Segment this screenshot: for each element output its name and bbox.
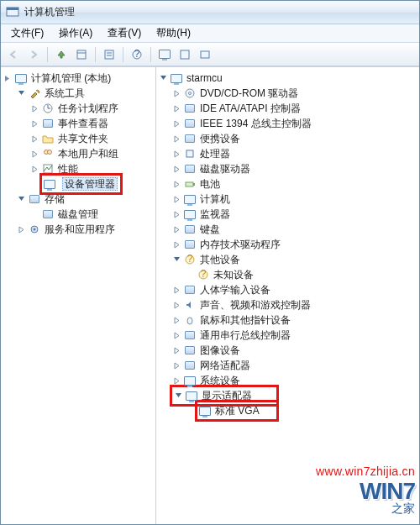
node-ieee1394[interactable]: IEEE 1394 总线主控制器 [171, 116, 417, 131]
node-system-tools[interactable]: 系统工具 [16, 86, 154, 101]
expand-icon[interactable] [29, 134, 39, 144]
expand-icon[interactable] [29, 118, 39, 129]
expand-icon[interactable] [171, 88, 181, 98]
dvd-icon [183, 87, 197, 100]
expand-icon[interactable] [171, 255, 181, 265]
node-label: 标准 VGA [215, 403, 260, 418]
node-battery[interactable]: 电池 [171, 176, 417, 192]
node-label: 计算机 [200, 192, 230, 207]
expand-icon[interactable] [171, 330, 181, 340]
expand-icon[interactable] [171, 360, 181, 370]
node-processors[interactable]: 处理器 [171, 146, 417, 161]
folder-icon [41, 132, 55, 145]
expand-icon[interactable] [29, 149, 39, 159]
node-label: 网络适配器 [200, 358, 250, 373]
node-device-manager[interactable]: 设备管理器 [29, 176, 154, 192]
expand-icon[interactable] [171, 164, 181, 174]
node-label: 任务计划程序 [58, 101, 118, 116]
node-computer[interactable]: starmcu [158, 71, 417, 86]
window-title: 计算机管理 [24, 5, 75, 19]
node-sound[interactable]: 声音、视频和游戏控制器 [171, 297, 417, 312]
refresh-button[interactable] [72, 45, 91, 64]
device-tree[interactable]: starmcu DVD/CD-ROM 驱动器 IDE ATA/ATAPI 控制器… [156, 67, 419, 524]
menu-view[interactable]: 查看(V) [101, 24, 148, 42]
extra-button[interactable] [196, 45, 214, 64]
node-computers[interactable]: 计算机 [171, 192, 417, 207]
node-local-users[interactable]: 本地用户和组 [29, 146, 154, 161]
scan-button[interactable] [155, 45, 174, 64]
svg-rect-9 [181, 50, 189, 59]
camera-icon [183, 344, 197, 357]
app-icon [6, 6, 19, 19]
node-label: 事件查看器 [58, 116, 108, 131]
expand-icon[interactable] [171, 149, 181, 159]
expand-icon[interactable] [16, 194, 26, 204]
menubar: 文件(F) 操作(A) 查看(V) 帮助(H) [1, 24, 419, 43]
titlebar[interactable]: 计算机管理 [1, 1, 419, 24]
controller-icon [183, 102, 197, 115]
expand-icon[interactable] [171, 194, 181, 204]
expand-icon[interactable] [171, 179, 181, 189]
node-event-viewer[interactable]: 事件查看器 [29, 116, 154, 131]
properties-button[interactable] [100, 45, 118, 64]
node-standard-vga[interactable]: 标准 VGA [185, 403, 417, 418]
memory-icon [183, 238, 197, 251]
expand-icon[interactable] [171, 285, 181, 295]
menu-action[interactable]: 操作(A) [52, 24, 99, 42]
toolbar-separator [123, 47, 123, 62]
node-ide[interactable]: IDE ATA/ATAPI 控制器 [171, 101, 417, 116]
node-monitors[interactable]: 监视器 [171, 207, 417, 222]
expand-icon[interactable] [173, 391, 183, 401]
expand-icon[interactable] [171, 315, 181, 325]
node-hid[interactable]: 人体学输入设备 [171, 282, 417, 297]
node-other-devices[interactable]: ?其他设备 [171, 252, 417, 267]
node-dvd[interactable]: DVD/CD-ROM 驱动器 [171, 86, 417, 101]
sound-icon [183, 298, 197, 312]
node-portable[interactable]: 便携设备 [171, 131, 417, 146]
computer-icon [170, 71, 183, 85]
expand-icon[interactable] [171, 345, 181, 355]
mouse-icon [183, 313, 197, 327]
expand-icon[interactable] [171, 103, 181, 113]
expand-icon[interactable] [171, 209, 181, 219]
node-memory[interactable]: 内存技术驱动程序 [171, 237, 417, 252]
disk-icon [41, 207, 55, 221]
node-network[interactable]: 网络适配器 [171, 358, 417, 373]
menu-help[interactable]: 帮助(H) [150, 24, 197, 42]
node-task-scheduler[interactable]: 任务计划程序 [29, 101, 154, 116]
expand-icon[interactable] [29, 164, 39, 174]
node-root[interactable]: 计算机管理 (本地) [3, 71, 154, 86]
expand-icon[interactable] [171, 118, 181, 129]
node-label: 计算机管理 (本地) [31, 71, 111, 86]
expand-icon[interactable] [158, 73, 168, 83]
expand-icon[interactable] [29, 103, 39, 113]
node-services-apps[interactable]: 服务和应用程序 [16, 222, 154, 237]
node-usb[interactable]: 通用串行总线控制器 [171, 328, 417, 343]
up-button[interactable] [52, 45, 71, 64]
expand-icon[interactable] [171, 300, 181, 310]
node-shared-folders[interactable]: 共享文件夹 [29, 131, 154, 146]
portable-icon [183, 132, 197, 145]
expand-icon[interactable] [171, 239, 181, 249]
action-button[interactable] [176, 45, 194, 64]
left-tree[interactable]: 计算机管理 (本地) 系统工具 任务计划程序 事件查看器 共享文件夹 本地用户和… [1, 67, 156, 524]
node-label: 服务和应用程序 [45, 222, 115, 237]
node-disk-mgmt[interactable]: 磁盘管理 [29, 207, 154, 222]
node-imaging[interactable]: 图像设备 [171, 343, 417, 358]
expand-icon[interactable] [16, 88, 26, 98]
node-label: 内存技术驱动程序 [200, 237, 281, 252]
expand-icon[interactable] [171, 134, 181, 144]
node-disk-drives[interactable]: 磁盘驱动器 [171, 161, 417, 176]
expand-icon[interactable] [3, 73, 13, 83]
node-mouse[interactable]: 鼠标和其他指针设备 [171, 312, 417, 328]
help-button[interactable]: ? [128, 45, 146, 64]
expand-icon[interactable] [16, 224, 26, 234]
menu-file[interactable]: 文件(F) [4, 24, 50, 42]
node-label: 本地用户和组 [58, 146, 118, 161]
node-unknown-device[interactable]: ?未知设备 [185, 267, 417, 282]
keyboard-icon [183, 223, 197, 236]
expand-icon[interactable] [171, 224, 181, 234]
event-icon [41, 117, 55, 130]
node-label: IEEE 1394 总线主控制器 [200, 116, 312, 131]
node-keyboards[interactable]: 键盘 [171, 222, 417, 237]
